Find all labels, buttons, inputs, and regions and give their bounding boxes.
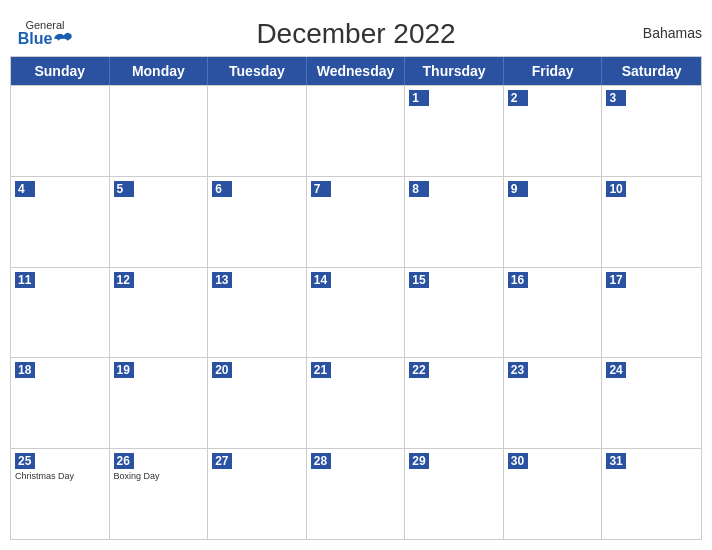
day-cell: 16 xyxy=(504,268,603,358)
day-cell: 26Boxing Day xyxy=(110,449,209,539)
day-cell: 25Christmas Day xyxy=(11,449,110,539)
day-number: 14 xyxy=(311,272,331,288)
holiday-label: Christmas Day xyxy=(15,471,105,481)
day-number: 18 xyxy=(15,362,35,378)
day-number: 6 xyxy=(212,181,232,197)
day-header-thursday: Thursday xyxy=(405,57,504,85)
day-cell: 14 xyxy=(307,268,406,358)
day-header-monday: Monday xyxy=(110,57,209,85)
day-number: 2 xyxy=(508,90,528,106)
holiday-label: Boxing Day xyxy=(114,471,204,481)
day-header-tuesday: Tuesday xyxy=(208,57,307,85)
day-cell: 18 xyxy=(11,358,110,448)
day-cell xyxy=(110,86,209,176)
week-row-3: 11121314151617 xyxy=(11,267,701,358)
day-cell xyxy=(11,86,110,176)
week-row-2: 45678910 xyxy=(11,176,701,267)
day-cell: 8 xyxy=(405,177,504,267)
day-number: 27 xyxy=(212,453,232,469)
day-number: 11 xyxy=(15,272,35,288)
logo: General Blue xyxy=(10,19,80,47)
day-cell: 28 xyxy=(307,449,406,539)
day-number: 29 xyxy=(409,453,429,469)
day-number: 22 xyxy=(409,362,429,378)
day-cell: 1 xyxy=(405,86,504,176)
day-cell: 23 xyxy=(504,358,603,448)
day-number: 5 xyxy=(114,181,134,197)
day-cell: 15 xyxy=(405,268,504,358)
calendar: SundayMondayTuesdayWednesdayThursdayFrid… xyxy=(10,56,702,540)
day-cell: 30 xyxy=(504,449,603,539)
day-number: 16 xyxy=(508,272,528,288)
day-number: 10 xyxy=(606,181,626,197)
logo-bird-icon xyxy=(54,32,72,46)
day-cell xyxy=(208,86,307,176)
day-header-sunday: Sunday xyxy=(11,57,110,85)
day-number: 24 xyxy=(606,362,626,378)
week-row-4: 18192021222324 xyxy=(11,357,701,448)
day-header-friday: Friday xyxy=(504,57,603,85)
day-header-saturday: Saturday xyxy=(602,57,701,85)
day-cell: 27 xyxy=(208,449,307,539)
week-row-5: 25Christmas Day26Boxing Day2728293031 xyxy=(11,448,701,539)
day-number: 17 xyxy=(606,272,626,288)
day-cell: 21 xyxy=(307,358,406,448)
day-cell: 22 xyxy=(405,358,504,448)
day-number: 9 xyxy=(508,181,528,197)
day-cell: 19 xyxy=(110,358,209,448)
day-cell: 12 xyxy=(110,268,209,358)
day-number: 13 xyxy=(212,272,232,288)
day-cell: 6 xyxy=(208,177,307,267)
logo-blue-text: Blue xyxy=(18,31,53,47)
weeks-container: 1234567891011121314151617181920212223242… xyxy=(11,85,701,539)
day-number: 8 xyxy=(409,181,429,197)
day-number: 20 xyxy=(212,362,232,378)
day-cell: 9 xyxy=(504,177,603,267)
day-number: 12 xyxy=(114,272,134,288)
day-number: 25 xyxy=(15,453,35,469)
day-number: 28 xyxy=(311,453,331,469)
day-cell: 24 xyxy=(602,358,701,448)
day-header-wednesday: Wednesday xyxy=(307,57,406,85)
day-cell: 17 xyxy=(602,268,701,358)
day-cell: 4 xyxy=(11,177,110,267)
day-number: 31 xyxy=(606,453,626,469)
day-number: 26 xyxy=(114,453,134,469)
day-cell: 20 xyxy=(208,358,307,448)
day-cell: 7 xyxy=(307,177,406,267)
day-headers-row: SundayMondayTuesdayWednesdayThursdayFrid… xyxy=(11,57,701,85)
day-number: 21 xyxy=(311,362,331,378)
day-cell: 3 xyxy=(602,86,701,176)
day-cell: 13 xyxy=(208,268,307,358)
day-cell: 5 xyxy=(110,177,209,267)
day-cell: 11 xyxy=(11,268,110,358)
day-cell xyxy=(307,86,406,176)
day-number: 23 xyxy=(508,362,528,378)
day-number: 3 xyxy=(606,90,626,106)
day-number: 19 xyxy=(114,362,134,378)
week-row-1: 123 xyxy=(11,85,701,176)
day-number: 15 xyxy=(409,272,429,288)
day-number: 1 xyxy=(409,90,429,106)
day-cell: 29 xyxy=(405,449,504,539)
day-number: 30 xyxy=(508,453,528,469)
day-cell: 10 xyxy=(602,177,701,267)
day-cell: 2 xyxy=(504,86,603,176)
day-number: 4 xyxy=(15,181,35,197)
day-cell: 31 xyxy=(602,449,701,539)
calendar-header: General Blue December 2022 Bahamas xyxy=(10,10,702,56)
country-label: Bahamas xyxy=(643,25,702,41)
day-number: 7 xyxy=(311,181,331,197)
month-title: December 2022 xyxy=(256,18,455,50)
